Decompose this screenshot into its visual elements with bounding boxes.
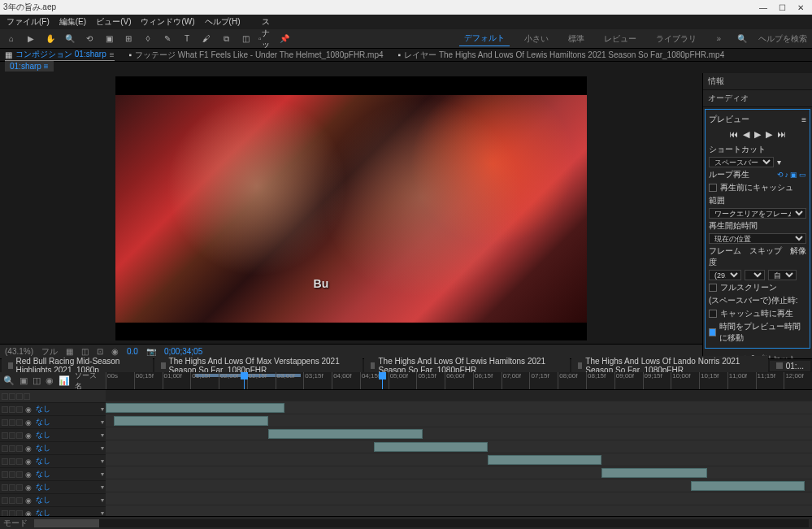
clip[interactable] <box>488 455 601 465</box>
layer-row[interactable]: ◉なし▾ <box>0 455 106 468</box>
stop1-checkbox[interactable] <box>709 310 717 318</box>
comp-tab-active[interactable]: ▦ コンポジション 01:sharp ≡ <box>5 49 115 61</box>
region-icon[interactable]: ⊡ <box>97 347 103 356</box>
pan-tool-icon[interactable]: ⊞ <box>122 33 135 46</box>
camera-tool-icon[interactable]: ▣ <box>102 33 115 46</box>
layer-row[interactable]: ◉なし▾ <box>0 416 106 429</box>
source-name-header[interactable]: ソース名 <box>75 371 102 392</box>
workspace-review[interactable]: レビュー <box>599 32 641 46</box>
track-row[interactable] <box>106 414 812 427</box>
menu-window[interactable]: ウィンドウ(W) <box>137 16 198 28</box>
search-icon[interactable]: 🔍 <box>736 33 749 46</box>
chevron-down-icon[interactable]: ▾ <box>101 457 104 465</box>
layer-row[interactable]: ◉なし▾ <box>0 442 106 455</box>
mode-label[interactable]: モード <box>3 518 28 529</box>
workspace-library[interactable]: ライブラリ <box>651 32 701 46</box>
graph-icon[interactable]: 📊 <box>59 375 70 386</box>
visibility-icon[interactable]: ◉ <box>25 405 33 414</box>
workspace-more[interactable]: » <box>711 33 726 45</box>
maximize-button[interactable]: ☐ <box>779 3 786 12</box>
scrollbar-thumb[interactable] <box>34 519 99 527</box>
menu-edit[interactable]: 編集(E) <box>56 16 89 28</box>
chevron-down-icon[interactable]: ▾ <box>101 496 104 504</box>
visibility-icon[interactable]: ◉ <box>25 418 33 427</box>
help-search[interactable]: ヘルプを検索 <box>758 33 807 45</box>
home-icon[interactable]: ⌂ <box>5 33 18 46</box>
track-panel[interactable] <box>106 390 812 516</box>
visibility-icon[interactable]: ◉ <box>25 509 33 517</box>
audio-icon[interactable]: ♪ <box>785 171 789 179</box>
track-row[interactable] <box>106 505 812 516</box>
res-select[interactable]: 自動 <box>768 270 797 280</box>
clip[interactable] <box>106 403 284 413</box>
fps-display[interactable]: 0.0 <box>127 347 138 356</box>
overlay-icon[interactable]: ▣ <box>790 171 797 179</box>
track-row[interactable] <box>106 427 812 440</box>
layer-row[interactable]: ◉なし▾ <box>0 507 106 516</box>
fullscreen-checkbox[interactable] <box>709 284 717 292</box>
rotate-tool-icon[interactable]: ⟲ <box>83 33 96 46</box>
cache-checkbox[interactable] <box>709 184 717 192</box>
chevron-down-icon[interactable]: ▾ <box>101 509 104 516</box>
menu-view[interactable]: ビュー(V) <box>93 16 134 28</box>
track-row[interactable] <box>106 466 812 479</box>
timeline-scrollbar[interactable] <box>34 519 809 527</box>
eraser-tool-icon[interactable]: ◫ <box>239 33 252 46</box>
close-button[interactable]: ✕ <box>797 3 804 12</box>
comp-name-tab[interactable]: 01:sharp ≡ <box>5 61 54 72</box>
chevron-down-icon[interactable]: ▾ <box>101 470 104 478</box>
footage-tab-2[interactable]: ▪ レイヤー The Highs And Lows Of Lewis Hamil… <box>398 50 725 61</box>
zoom-level[interactable]: (43.1%) <box>5 347 33 356</box>
loop-icon[interactable]: ⟲ <box>777 171 784 179</box>
skip-select[interactable]: 0 <box>745 270 765 280</box>
visibility-icon[interactable]: ◉ <box>25 444 33 453</box>
shape-tool-icon[interactable]: ◊ <box>141 33 154 46</box>
close-tab-icon[interactable]: ≡ <box>110 50 115 59</box>
footage-tab-1[interactable]: ▪ フッテージ What F1 Feels Like - Under The H… <box>129 50 384 61</box>
minimize-button[interactable]: — <box>759 3 767 12</box>
channel-icon[interactable]: ◉ <box>111 347 119 356</box>
chevron-down-icon[interactable]: ▾ <box>101 418 104 426</box>
workspace-small[interactable]: 小さい <box>519 32 554 46</box>
track-row[interactable] <box>106 401 812 414</box>
shy-icon[interactable]: ▣ <box>20 375 28 386</box>
panel-info[interactable]: 情報 <box>703 73 812 90</box>
track-row[interactable] <box>106 440 812 453</box>
track-row[interactable] <box>106 453 812 466</box>
mask-icon[interactable]: ◫ <box>81 347 89 356</box>
workspace-default[interactable]: デフォルト <box>459 31 510 46</box>
zoom-tool-icon[interactable]: 🔍 <box>63 33 76 46</box>
time-ruler[interactable]: 00s00;15f01;00f01;15f02;00f02;15f03;00f0… <box>106 372 812 389</box>
visibility-icon[interactable]: ◉ <box>25 431 33 440</box>
first-frame-icon[interactable]: ⏮ <box>729 129 738 140</box>
composition-viewer[interactable] <box>0 73 702 344</box>
track-row[interactable] <box>106 479 812 492</box>
frame-blend-icon[interactable]: ◫ <box>33 375 41 386</box>
visibility-icon[interactable]: ◉ <box>25 470 33 479</box>
stop2-checkbox[interactable] <box>709 328 716 336</box>
timecode-display[interactable]: 0;00;34;05 <box>164 347 202 356</box>
last-frame-icon[interactable]: ⏭ <box>777 129 786 140</box>
prev-frame-icon[interactable]: ◀ <box>743 129 749 140</box>
workspace-standard[interactable]: 標準 <box>563 32 589 46</box>
text-tool-icon[interactable]: T <box>180 33 193 46</box>
visibility-icon[interactable]: ◉ <box>25 483 33 492</box>
motion-blur-icon[interactable]: ◉ <box>46 375 54 386</box>
menu-help[interactable]: ヘルプ(H) <box>202 16 244 28</box>
track-row[interactable] <box>106 492 812 505</box>
snap-toggle[interactable]: ▫スナップ <box>258 33 271 46</box>
panel-menu-icon[interactable]: ≡ <box>801 115 806 124</box>
chevron-down-icon[interactable]: ▾ <box>101 405 104 413</box>
timeline-tab-4[interactable]: 01:... <box>770 361 810 371</box>
brush-tool-icon[interactable]: 🖌 <box>200 33 213 46</box>
panel-audio[interactable]: オーディオ <box>703 90 812 107</box>
monitor-icon[interactable]: ▭ <box>799 171 806 179</box>
snapshot-icon[interactable]: 📷 <box>146 347 156 356</box>
clone-tool-icon[interactable]: ⧉ <box>219 33 232 46</box>
selection-tool-icon[interactable]: ▶ <box>24 33 37 46</box>
puppet-tool-icon[interactable]: 📌 <box>278 33 291 46</box>
clip[interactable] <box>114 416 268 426</box>
clip[interactable] <box>691 481 805 491</box>
pen-tool-icon[interactable]: ✎ <box>161 33 174 46</box>
visibility-icon[interactable]: ◉ <box>25 457 33 466</box>
